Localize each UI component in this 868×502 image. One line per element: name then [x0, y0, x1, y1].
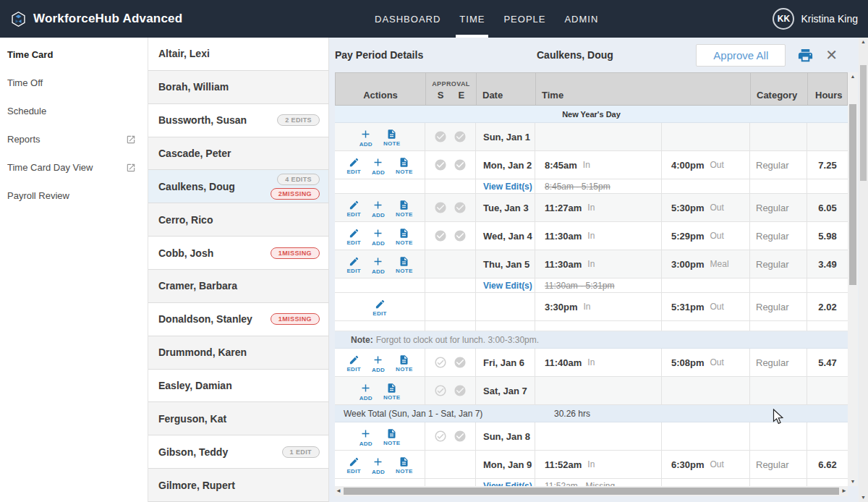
employee-row[interactable]: Ferguson, Kat	[148, 402, 328, 435]
nav-tab-dashboard[interactable]: DASHBOARD	[365, 0, 450, 38]
edit-button[interactable]: EDIT	[346, 226, 360, 246]
add-button[interactable]: ADD	[372, 454, 385, 475]
time-out-cell: 5:08pmOut	[662, 349, 750, 377]
add-button[interactable]: ADD	[359, 380, 373, 401]
add-button[interactable]: ADD	[372, 352, 385, 373]
approval-check-filled-icon[interactable]	[454, 130, 467, 143]
employee-row[interactable]: Cascade, Peter	[148, 137, 328, 171]
approval-check-outline-icon[interactable]	[434, 384, 447, 397]
add-button[interactable]: ADD	[359, 426, 373, 447]
sidebar-item-time-off[interactable]: Time Off	[0, 69, 148, 97]
employee-row[interactable]: Altair, Lexi	[148, 38, 328, 71]
brand: WorkforceHub Advanced	[0, 11, 182, 27]
employee-row[interactable]: Easley, Damian	[148, 370, 328, 403]
approval-check-filled-icon[interactable]	[454, 384, 467, 397]
out-status: Out	[710, 203, 724, 213]
in-time: 8:45am	[545, 160, 577, 171]
note-button[interactable]: NOTE	[396, 198, 412, 218]
sidebar-item-time-card-day-view[interactable]: Time Card Day View	[0, 153, 148, 182]
avatar[interactable]: KK	[773, 8, 794, 30]
note-button[interactable]: NOTE	[383, 381, 400, 401]
approval-check-filled-icon[interactable]	[454, 430, 467, 443]
table-horizontal-scrollbar[interactable]: ◄ ►	[335, 486, 848, 496]
header-date: Date	[477, 73, 536, 105]
edit-label: EDIT	[346, 468, 360, 475]
nav-tab-people[interactable]: PEOPLE	[494, 0, 555, 38]
edit-button[interactable]: EDIT	[346, 198, 360, 218]
edit-button[interactable]: EDIT	[346, 455, 360, 475]
sidebar-item-schedule[interactable]: Schedule	[0, 97, 148, 125]
employee-row[interactable]: Donaldson, Stanley1MISSING	[148, 303, 328, 336]
approval-check-filled-icon[interactable]	[434, 201, 447, 214]
note-button[interactable]: NOTE	[396, 455, 412, 475]
note-button[interactable]: NOTE	[383, 427, 400, 446]
nav-tab-time[interactable]: TIME	[450, 0, 494, 38]
note-button[interactable]: NOTE	[396, 226, 412, 246]
sidebar-item-reports[interactable]: Reports	[0, 125, 148, 153]
page-vscroll-thumb[interactable]	[860, 65, 867, 181]
approval-check-filled-icon[interactable]	[434, 130, 447, 143]
edit-button[interactable]: EDIT	[346, 255, 360, 274]
approval-check-filled-icon[interactable]	[454, 201, 467, 214]
note-button[interactable]: NOTE	[396, 353, 412, 373]
employee-row[interactable]: Cerro, Rico	[148, 203, 328, 237]
time-out-cell	[662, 422, 750, 451]
timecard-day-row: EDITADDNOTEFri, Jan 611:40amIn5:08pmOutR…	[335, 349, 848, 377]
page-vertical-scrollbar[interactable]: ▲ ▼	[859, 38, 868, 502]
missing-badge: 2MISSING	[271, 188, 320, 200]
approval-cell	[425, 451, 476, 479]
scroll-down-icon[interactable]: ▼	[848, 477, 858, 486]
table-vertical-scrollbar[interactable]: ▲ ▼	[848, 72, 858, 486]
approval-check-filled-icon[interactable]	[434, 158, 447, 171]
employee-row[interactable]: Drummond, Karen	[148, 336, 328, 370]
add-button[interactable]: ADD	[372, 155, 385, 176]
note-button[interactable]: NOTE	[396, 255, 412, 274]
sidebar-item-payroll-review[interactable]: Payroll Review	[0, 182, 148, 210]
page-scroll-down-icon[interactable]: ▼	[859, 493, 868, 502]
view-edits-link[interactable]: View Edit(s)	[476, 481, 532, 487]
note-button[interactable]: NOTE	[383, 127, 400, 147]
in-time: 11:30am	[545, 259, 582, 270]
sidebar-item-time-card[interactable]: Time Card	[0, 41, 148, 69]
employee-row[interactable]: Cobb, Josh1MISSING	[148, 237, 328, 270]
edit-button[interactable]: EDIT	[346, 156, 360, 175]
approval-check-filled-icon[interactable]	[454, 158, 467, 171]
edit-button[interactable]: EDIT	[373, 297, 386, 317]
note-button[interactable]: NOTE	[396, 156, 412, 175]
approval-check-outline-icon[interactable]	[434, 430, 447, 443]
add-label: ADD	[359, 141, 373, 148]
view-edits-link[interactable]: View Edit(s)	[476, 281, 532, 291]
page-scroll-up-icon[interactable]: ▲	[859, 38, 868, 46]
employee-row[interactable]: Caulkens, Doug4 EDITS2MISSING	[148, 170, 328, 203]
employee-row[interactable]: Gibson, Teddy1 EDIT	[148, 435, 328, 469]
table-vscroll-thumb[interactable]	[849, 104, 856, 285]
add-button[interactable]: ADD	[359, 127, 373, 148]
category-cell: Regular	[750, 293, 807, 321]
approve-all-button[interactable]: Approve All	[696, 44, 786, 67]
edit-button[interactable]: EDIT	[346, 353, 360, 373]
add-button[interactable]: ADD	[372, 197, 385, 218]
approval-check-filled-icon[interactable]	[454, 356, 467, 369]
add-button[interactable]: ADD	[372, 254, 385, 275]
scroll-right-icon[interactable]: ►	[841, 486, 848, 496]
employee-name: Cascade, Peter	[158, 148, 231, 159]
approval-check-filled-icon[interactable]	[434, 229, 447, 242]
table-hscroll-thumb[interactable]	[344, 488, 839, 495]
employee-row[interactable]: Bussworth, Susan2 EDITS	[148, 104, 328, 137]
view-edits-link[interactable]: View Edit(s)	[476, 182, 532, 192]
scroll-up-icon[interactable]: ▲	[848, 72, 858, 81]
close-panel-button[interactable]: ✕	[825, 46, 838, 64]
scroll-left-icon[interactable]: ◄	[335, 486, 342, 496]
employee-row[interactable]: Cramer, Barbara	[148, 270, 328, 303]
approval-check-outline-icon[interactable]	[434, 356, 447, 369]
empty-cell	[807, 179, 848, 194]
employee-name: Bussworth, Susan	[158, 114, 247, 126]
print-button[interactable]	[797, 47, 814, 64]
add-button[interactable]: ADD	[372, 226, 385, 247]
nav-tab-admin[interactable]: ADMIN	[555, 0, 608, 38]
approval-check-filled-icon[interactable]	[454, 229, 467, 242]
employee-row[interactable]: Borah, William	[148, 71, 328, 104]
edit-icon	[349, 354, 359, 365]
employee-row[interactable]: Gilmore, Rupert	[148, 469, 328, 502]
user-menu[interactable]: KK Kristina King	[773, 0, 858, 38]
